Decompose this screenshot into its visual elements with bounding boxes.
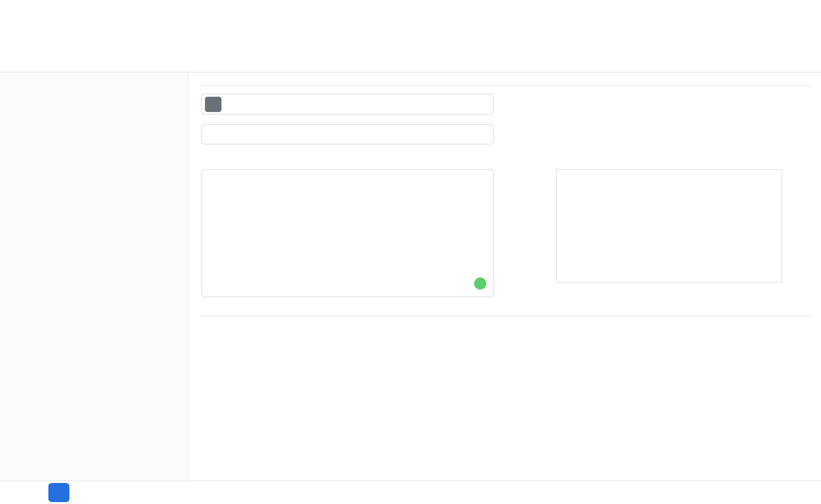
edit-health-source-page	[0, 0, 821, 504]
add-manual-query-link[interactable]	[0, 80, 188, 87]
metric-chart	[493, 169, 798, 304]
divider	[201, 316, 811, 316]
divider	[201, 85, 811, 86]
back-nav[interactable]	[13, 6, 821, 19]
page-body	[0, 73, 821, 480]
sidebar	[0, 73, 188, 480]
operations-query-editor[interactable]	[201, 169, 494, 297]
operations-query-section	[201, 155, 811, 300]
metric-tags-input[interactable]	[201, 94, 494, 115]
wizard-tabs	[0, 48, 821, 73]
metric-chart-svg	[556, 169, 782, 283]
metric-tag-chip[interactable]	[205, 96, 221, 112]
footer	[0, 480, 821, 504]
records-count-badge	[474, 277, 486, 290]
metric-name-input[interactable]	[201, 124, 494, 144]
main-content	[188, 73, 821, 480]
submit-button[interactable]	[48, 483, 69, 502]
page-header	[0, 0, 821, 48]
operations-query-header	[201, 155, 494, 167]
